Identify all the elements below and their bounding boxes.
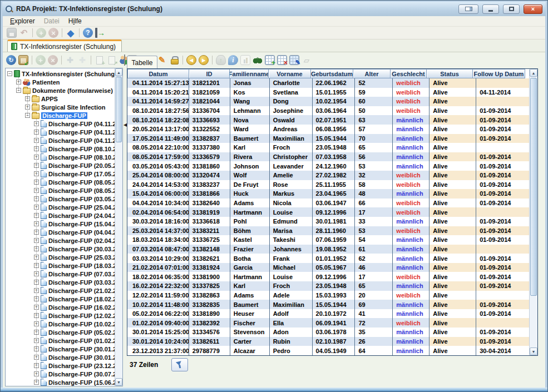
tree-item-discharge-fup-16-02-2[interactable]: +Discharge-FUP (16.02.2	[6, 303, 122, 311]
table-row[interactable]: 03.03.2014 10:29:0031382621BothaFrank01.…	[127, 254, 529, 263]
tree-item-discharge-fup-23-12-2[interactable]: +Discharge-FUP (23.12.2	[6, 361, 122, 370]
scroll-up-icon[interactable]: ▲	[115, 68, 122, 76]
table-row[interactable]: 12.02.2014 11:59:0031382863AdamsAdele15.…	[127, 291, 529, 300]
table-row[interactable]: 20.05.2014 13:17:0031322552WardAndreas06…	[127, 125, 529, 134]
table-row[interactable]: 23.12.2013 21:37:0029788779AlcazarPedro0…	[127, 346, 529, 355]
tree-item-discharge-fup-15-06-2[interactable]: +Discharge-FUP (15.06.2	[6, 378, 122, 386]
tree-item-discharge-fup-08-05-2[interactable]: +Discharge-FUP (08.05.2	[6, 178, 122, 186]
tree-item-discharge-fup-30-03-2[interactable]: +Discharge-FUP (30.03.2	[6, 245, 122, 253]
column-header-vorname[interactable]: Vorname	[268, 69, 311, 78]
column-header-datum[interactable]: Datum	[127, 69, 189, 78]
column-header-geschlecht[interactable]: Geschlecht	[390, 69, 427, 78]
tab-tabelle[interactable]: Tabelle	[127, 56, 157, 69]
tree-item-discharge-fup-03-03-2[interactable]: +Discharge-FUP (03.03.2	[6, 278, 122, 286]
tab-infektionsregister[interactable]: TX-Infektionsregister (Schulung)	[7, 39, 122, 52]
table-row[interactable]: 16.02.2014 22:32:0031337825KarlFroch23.0…	[127, 281, 529, 291]
tree-item-discharge-fup-02-04-2[interactable]: +Discharge-FUP (02.04.2	[6, 236, 122, 245]
tree-item-discharge-fup-30-01-2[interactable]: +Discharge-FUP (30.01.2	[6, 353, 122, 361]
column-header-id[interactable]: ID	[189, 69, 230, 78]
tree-item-apps[interactable]: +APPS	[6, 95, 122, 103]
tree-item-patienten[interactable]: +Patienten	[6, 78, 122, 86]
table-scrollbar[interactable]: ▲ ▼	[529, 69, 537, 355]
tree-item-discharge-fup[interactable]: −Discharge-FUP	[6, 111, 122, 120]
table-row[interactable]: 10.02.2014 11:48:0031382835BaumertMaximi…	[127, 300, 529, 309]
column-header-status[interactable]: Status	[426, 69, 473, 78]
tree-item-discharge-fup-25-03-2[interactable]: +Discharge-FUP (25.03.2	[6, 253, 122, 261]
tree-item-discharge-fup-18-02-2[interactable]: +Discharge-FUP (18.02.2	[6, 295, 122, 303]
filter-button[interactable]	[171, 358, 188, 371]
column-header-familienname[interactable]: Familienname	[229, 69, 269, 78]
tree-item-discharge-fup-08-05-2[interactable]: +Discharge-FUP (08.05.2	[6, 186, 122, 195]
table-row[interactable]: 04.04.2014 10:34:0031382640AdamsNicola03…	[127, 199, 529, 208]
table-row[interactable]: 07.03.2014 08:47:0031382148FrazierJohann…	[127, 245, 529, 254]
table-row[interactable]: 15.04.2014 06:00:0031381866HuckMarkus23.…	[127, 189, 529, 199]
tree-item-discharge-fup-01-02-2[interactable]: +Discharge-FUP (01.02.2	[6, 336, 122, 345]
table-row[interactable]: 08.05.2014 17:59:0031336579RiveraChristo…	[127, 152, 529, 162]
tree-item-discharge-fup-05-02-2[interactable]: +Discharge-FUP (05.02.2	[6, 328, 122, 336]
table-row[interactable]: 04.11.2014 14:59:2731821044WangDong10.02…	[127, 97, 529, 106]
maximize-button[interactable]	[503, 4, 520, 14]
tree-item-discharge-fup-08-10-2[interactable]: +Discharge-FUP (08.10.2	[6, 145, 122, 153]
tree-item-tx-infektionsregister-schulung[interactable]: −TX-Infektionsregister (Schulung)	[6, 70, 122, 78]
tree-item-discharge-fup-30-01-2[interactable]: +Discharge-FUP (30.01.2	[6, 345, 122, 353]
tree-item-discharge-fup-04-11-2[interactable]: +Discharge-FUP (04.11.2	[6, 120, 122, 128]
scrollbar-thumb[interactable]	[116, 77, 122, 142]
table-row[interactable]: 25.04.2014 08:00:0031320474WolfAmelie27.…	[127, 171, 529, 180]
help-icon[interactable]	[83, 28, 93, 38]
table-row[interactable]: 30.03.2014 18:16:0031336618PohlEdmund30.…	[127, 217, 529, 226]
tree-scrollbar[interactable]: ▲ ▼	[115, 68, 122, 386]
column-header-geburtsdatum[interactable]: Geburtsdatum	[310, 69, 353, 78]
tree-item-discharge-fup-20-05-2[interactable]: +Discharge-FUP (20.05.2	[6, 161, 122, 170]
tree-item-dokumente-formularweise[interactable]: −Dokumente (formularweise)	[6, 86, 122, 95]
table-row[interactable]: 08.05.2014 22:10:0031337380KarlFroch23.0…	[127, 143, 529, 152]
minimize-button[interactable]	[482, 4, 499, 14]
title-bar[interactable]: RDA Projekt: TX-Infektionsregister (Schu…	[2, 2, 546, 16]
menu-item-hilfe[interactable]: Hilfe	[64, 17, 86, 25]
tree-item-discharge-fup-03-05-2[interactable]: +Discharge-FUP (03.05.2	[6, 195, 122, 203]
table-row[interactable]: 17.05.2014 11:49:0031382837BaumertMaximi…	[127, 134, 529, 143]
paste-clipboard-icon[interactable]	[18, 55, 28, 65]
panel-button[interactable]	[458, 4, 478, 14]
search-binoculars-icon[interactable]	[253, 55, 263, 65]
tree-item-discharge-fup-24-04-2[interactable]: +Discharge-FUP (24.04.2	[6, 211, 122, 220]
tree-item-discharge-fup-25-04-2[interactable]: +Discharge-FUP (25.04.2	[6, 203, 122, 211]
tree-item-discharge-fup-18-03-2[interactable]: +Discharge-FUP (18.03.2	[6, 261, 122, 270]
row-delete-icon[interactable]	[277, 55, 287, 65]
table-row[interactable]: 25.03.2014 14:37:0031383211BöhmMarisa28.…	[127, 226, 529, 236]
tree-item-discharge-fup-30-07-2[interactable]: +Discharge-FUP (30.07.2	[6, 370, 122, 378]
column-header-alter[interactable]: Alter	[353, 69, 391, 78]
table-row[interactable]: 24.04.2014 14:53:0031383237De FruytRose2…	[127, 180, 529, 190]
table-row[interactable]: 21.02.2014 07:01:0031381924GarciaMichael…	[127, 263, 529, 272]
table-row[interactable]: 02.04.2014 06:54:0031381919HartmannLouis…	[127, 207, 529, 217]
scroll-down-icon[interactable]: ▼	[115, 378, 122, 386]
table-row[interactable]: 30.01.2014 10:24:0031382611CarterRubin02…	[127, 337, 529, 346]
lock-icon[interactable]	[169, 55, 179, 65]
tree-item-discharge-fup-07-03-2[interactable]: +Discharge-FUP (07.03.2	[6, 270, 122, 278]
scroll-down-icon[interactable]: ▼	[530, 348, 537, 355]
menu-item-explorer[interactable]: Explorer	[6, 17, 40, 25]
sync-diamond-icon[interactable]	[66, 28, 76, 38]
scrollbar-thumb[interactable]	[530, 78, 537, 296]
scroll-up-icon[interactable]: ▲	[530, 69, 537, 77]
tree-item-discharge-fup-10-02-2[interactable]: +Discharge-FUP (10.02.2	[6, 320, 122, 328]
table-row[interactable]: 18.03.2014 18:34:0031336725KastelTakeshi…	[127, 235, 529, 245]
close-button[interactable]: ×	[524, 4, 542, 14]
table-row[interactable]: 05.02.2014 06:22:0031381890HeuserAdolf20…	[127, 309, 529, 319]
tree-item-discharge-fup-17-05-2[interactable]: +Discharge-FUP (17.05.2	[6, 170, 122, 178]
table-row[interactable]: 08.10.2014 18:27:5631336704LehmannJoseph…	[127, 106, 529, 116]
tree-item-discharge-fup-12-02-2[interactable]: +Discharge-FUP (12.02.2	[6, 311, 122, 320]
table-row[interactable]: 04.11.2014 15:20:2131821059KosSvetlana15…	[127, 88, 529, 97]
nav-right-icon[interactable]	[199, 55, 209, 65]
table-row[interactable]: 04.11.2014 15:27:1331821201JonasCharlott…	[127, 78, 529, 88]
tree-item-discharge-fup-04-04-2[interactable]: +Discharge-FUP (04.04.2	[6, 228, 122, 236]
table-row[interactable]: 03.05.2014 05:43:0031381860JohnsonLeavan…	[127, 161, 529, 171]
table-row[interactable]: 18.02.2014 06:35:0031381900HartmannLouis…	[127, 272, 529, 281]
tree-item-discharge-fup-08-10-2[interactable]: +Discharge-FUP (08.10.2	[6, 153, 122, 161]
tree-item-surgical-site-infection[interactable]: +Surgical Site Infection	[6, 103, 122, 111]
edit-pencil-icon[interactable]	[157, 55, 167, 65]
exit-icon[interactable]	[95, 28, 105, 38]
tree-item-discharge-fup-04-11-2[interactable]: +Discharge-FUP (04.11.2	[6, 136, 122, 145]
cell-edit-icon[interactable]	[289, 55, 299, 65]
table-row[interactable]: 08.10.2014 18:22:0831336693NovaOswald02.…	[127, 115, 529, 125]
refresh-globe-icon[interactable]	[6, 55, 16, 65]
